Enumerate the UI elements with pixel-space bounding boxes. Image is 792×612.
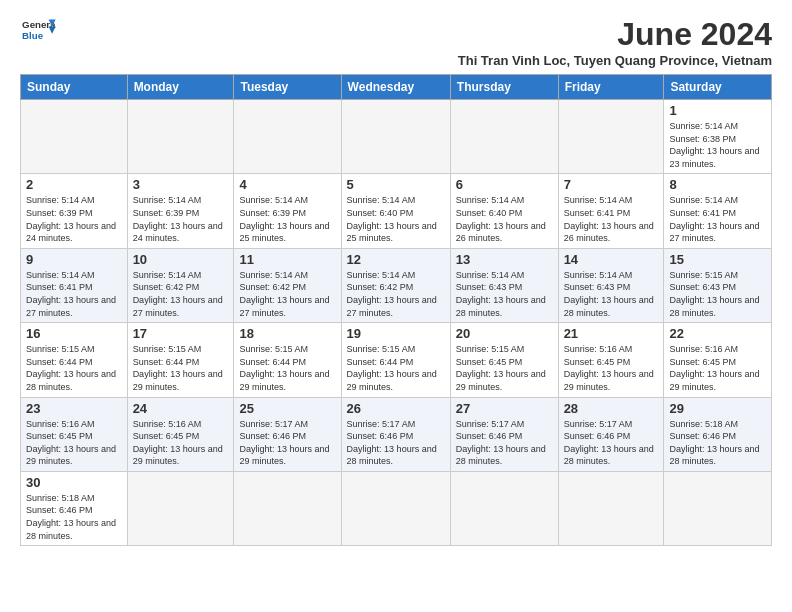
calendar-cell: 27Sunrise: 5:17 AM Sunset: 6:46 PM Dayli… <box>450 397 558 471</box>
calendar-cell: 20Sunrise: 5:15 AM Sunset: 6:45 PM Dayli… <box>450 323 558 397</box>
calendar-cell: 6Sunrise: 5:14 AM Sunset: 6:40 PM Daylig… <box>450 174 558 248</box>
day-info: Sunrise: 5:15 AM Sunset: 6:44 PM Dayligh… <box>133 343 229 393</box>
day-info: Sunrise: 5:17 AM Sunset: 6:46 PM Dayligh… <box>564 418 659 468</box>
day-number: 8 <box>669 177 766 192</box>
day-info: Sunrise: 5:15 AM Sunset: 6:44 PM Dayligh… <box>26 343 122 393</box>
day-info: Sunrise: 5:15 AM Sunset: 6:45 PM Dayligh… <box>456 343 553 393</box>
calendar-cell: 29Sunrise: 5:18 AM Sunset: 6:46 PM Dayli… <box>664 397 772 471</box>
calendar-cell <box>127 100 234 174</box>
calendar-cell: 1Sunrise: 5:14 AM Sunset: 6:38 PM Daylig… <box>664 100 772 174</box>
calendar-cell: 5Sunrise: 5:14 AM Sunset: 6:40 PM Daylig… <box>341 174 450 248</box>
calendar-cell: 10Sunrise: 5:14 AM Sunset: 6:42 PM Dayli… <box>127 248 234 322</box>
calendar-cell <box>558 100 664 174</box>
weekday-header-sunday: Sunday <box>21 75 128 100</box>
day-number: 2 <box>26 177 122 192</box>
day-number: 13 <box>456 252 553 267</box>
day-number: 18 <box>239 326 335 341</box>
logo: General Blue <box>20 16 56 46</box>
day-info: Sunrise: 5:14 AM Sunset: 6:42 PM Dayligh… <box>133 269 229 319</box>
calendar-cell: 16Sunrise: 5:15 AM Sunset: 6:44 PM Dayli… <box>21 323 128 397</box>
calendar-cell: 9Sunrise: 5:14 AM Sunset: 6:41 PM Daylig… <box>21 248 128 322</box>
day-number: 19 <box>347 326 445 341</box>
day-number: 26 <box>347 401 445 416</box>
day-info: Sunrise: 5:14 AM Sunset: 6:38 PM Dayligh… <box>669 120 766 170</box>
calendar-cell: 30Sunrise: 5:18 AM Sunset: 6:46 PM Dayli… <box>21 471 128 545</box>
day-info: Sunrise: 5:16 AM Sunset: 6:45 PM Dayligh… <box>564 343 659 393</box>
calendar-cell <box>234 471 341 545</box>
calendar-cell <box>21 100 128 174</box>
calendar-week-row: 30Sunrise: 5:18 AM Sunset: 6:46 PM Dayli… <box>21 471 772 545</box>
day-info: Sunrise: 5:14 AM Sunset: 6:43 PM Dayligh… <box>564 269 659 319</box>
calendar-cell: 24Sunrise: 5:16 AM Sunset: 6:45 PM Dayli… <box>127 397 234 471</box>
day-info: Sunrise: 5:15 AM Sunset: 6:44 PM Dayligh… <box>347 343 445 393</box>
calendar-cell <box>341 471 450 545</box>
calendar-cell <box>127 471 234 545</box>
calendar-cell: 23Sunrise: 5:16 AM Sunset: 6:45 PM Dayli… <box>21 397 128 471</box>
day-number: 27 <box>456 401 553 416</box>
calendar-cell: 15Sunrise: 5:15 AM Sunset: 6:43 PM Dayli… <box>664 248 772 322</box>
day-info: Sunrise: 5:15 AM Sunset: 6:43 PM Dayligh… <box>669 269 766 319</box>
day-number: 24 <box>133 401 229 416</box>
day-number: 29 <box>669 401 766 416</box>
day-info: Sunrise: 5:14 AM Sunset: 6:40 PM Dayligh… <box>347 194 445 244</box>
day-number: 12 <box>347 252 445 267</box>
day-number: 4 <box>239 177 335 192</box>
day-info: Sunrise: 5:15 AM Sunset: 6:44 PM Dayligh… <box>239 343 335 393</box>
calendar-cell: 11Sunrise: 5:14 AM Sunset: 6:42 PM Dayli… <box>234 248 341 322</box>
day-info: Sunrise: 5:14 AM Sunset: 6:41 PM Dayligh… <box>564 194 659 244</box>
calendar-week-row: 2Sunrise: 5:14 AM Sunset: 6:39 PM Daylig… <box>21 174 772 248</box>
calendar-cell: 8Sunrise: 5:14 AM Sunset: 6:41 PM Daylig… <box>664 174 772 248</box>
calendar-cell: 28Sunrise: 5:17 AM Sunset: 6:46 PM Dayli… <box>558 397 664 471</box>
weekday-header-wednesday: Wednesday <box>341 75 450 100</box>
day-number: 6 <box>456 177 553 192</box>
day-info: Sunrise: 5:18 AM Sunset: 6:46 PM Dayligh… <box>669 418 766 468</box>
day-number: 22 <box>669 326 766 341</box>
calendar-cell <box>450 471 558 545</box>
logo-icon: General Blue <box>20 16 56 46</box>
day-number: 23 <box>26 401 122 416</box>
header: General Blue June 2024 Thi Tran Vinh Loc… <box>20 16 772 68</box>
day-number: 11 <box>239 252 335 267</box>
day-info: Sunrise: 5:14 AM Sunset: 6:39 PM Dayligh… <box>239 194 335 244</box>
day-number: 20 <box>456 326 553 341</box>
calendar-table: SundayMondayTuesdayWednesdayThursdayFrid… <box>20 74 772 546</box>
calendar-cell: 19Sunrise: 5:15 AM Sunset: 6:44 PM Dayli… <box>341 323 450 397</box>
day-info: Sunrise: 5:14 AM Sunset: 6:42 PM Dayligh… <box>347 269 445 319</box>
day-number: 1 <box>669 103 766 118</box>
day-info: Sunrise: 5:17 AM Sunset: 6:46 PM Dayligh… <box>239 418 335 468</box>
calendar-cell: 22Sunrise: 5:16 AM Sunset: 6:45 PM Dayli… <box>664 323 772 397</box>
calendar-cell: 12Sunrise: 5:14 AM Sunset: 6:42 PM Dayli… <box>341 248 450 322</box>
day-number: 9 <box>26 252 122 267</box>
weekday-header-saturday: Saturday <box>664 75 772 100</box>
day-number: 30 <box>26 475 122 490</box>
calendar-cell <box>558 471 664 545</box>
calendar-week-row: 16Sunrise: 5:15 AM Sunset: 6:44 PM Dayli… <box>21 323 772 397</box>
location-subtitle: Thi Tran Vinh Loc, Tuyen Quang Province,… <box>458 53 772 68</box>
svg-text:Blue: Blue <box>22 30 44 41</box>
day-info: Sunrise: 5:14 AM Sunset: 6:40 PM Dayligh… <box>456 194 553 244</box>
weekday-header-thursday: Thursday <box>450 75 558 100</box>
calendar-cell: 21Sunrise: 5:16 AM Sunset: 6:45 PM Dayli… <box>558 323 664 397</box>
day-info: Sunrise: 5:16 AM Sunset: 6:45 PM Dayligh… <box>26 418 122 468</box>
day-info: Sunrise: 5:14 AM Sunset: 6:43 PM Dayligh… <box>456 269 553 319</box>
day-number: 3 <box>133 177 229 192</box>
calendar-cell <box>341 100 450 174</box>
calendar-cell: 25Sunrise: 5:17 AM Sunset: 6:46 PM Dayli… <box>234 397 341 471</box>
month-title: June 2024 <box>458 16 772 53</box>
calendar-cell: 2Sunrise: 5:14 AM Sunset: 6:39 PM Daylig… <box>21 174 128 248</box>
day-number: 25 <box>239 401 335 416</box>
day-info: Sunrise: 5:14 AM Sunset: 6:41 PM Dayligh… <box>26 269 122 319</box>
calendar-week-row: 23Sunrise: 5:16 AM Sunset: 6:45 PM Dayli… <box>21 397 772 471</box>
day-info: Sunrise: 5:14 AM Sunset: 6:41 PM Dayligh… <box>669 194 766 244</box>
weekday-header-tuesday: Tuesday <box>234 75 341 100</box>
weekday-header-friday: Friday <box>558 75 664 100</box>
day-number: 7 <box>564 177 659 192</box>
day-info: Sunrise: 5:14 AM Sunset: 6:42 PM Dayligh… <box>239 269 335 319</box>
day-info: Sunrise: 5:18 AM Sunset: 6:46 PM Dayligh… <box>26 492 122 542</box>
calendar-cell <box>234 100 341 174</box>
day-number: 17 <box>133 326 229 341</box>
day-info: Sunrise: 5:14 AM Sunset: 6:39 PM Dayligh… <box>26 194 122 244</box>
calendar-cell: 13Sunrise: 5:14 AM Sunset: 6:43 PM Dayli… <box>450 248 558 322</box>
calendar-cell: 26Sunrise: 5:17 AM Sunset: 6:46 PM Dayli… <box>341 397 450 471</box>
weekday-header-monday: Monday <box>127 75 234 100</box>
